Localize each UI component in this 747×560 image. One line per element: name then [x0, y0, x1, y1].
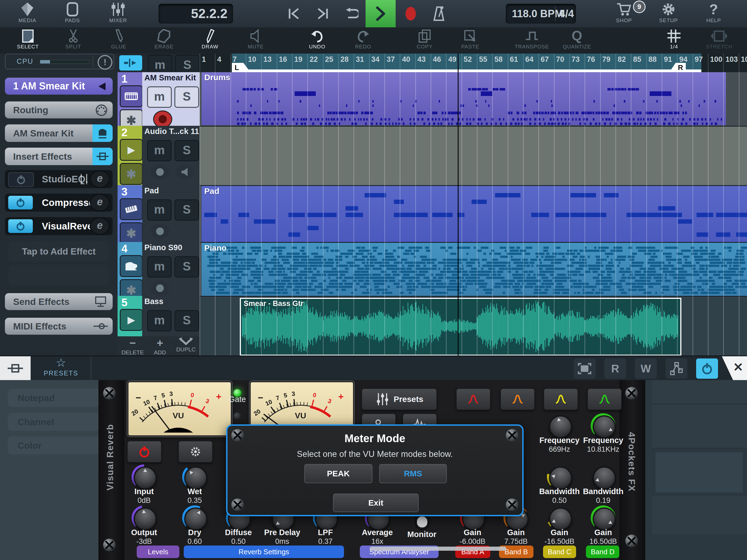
copy-button[interactable]: COPY: [403, 29, 446, 50]
track-freeze-icon[interactable]: ✱: [120, 163, 143, 185]
channel-button-dimmed[interactable]: Channel: [8, 413, 101, 431]
color-button-dimmed[interactable]: Color: [8, 436, 101, 455]
draw-tool[interactable]: DRAW: [188, 29, 232, 50]
rms-button[interactable]: RMS: [379, 464, 447, 483]
play-button[interactable]: [366, 0, 396, 27]
tab-band-c[interactable]: Band C: [543, 545, 576, 558]
notepad-button-dimmed[interactable]: Notepad: [8, 389, 101, 407]
redo-button[interactable]: REDO: [341, 29, 385, 50]
delete-track-button[interactable]: −DELETE: [120, 337, 145, 356]
track-freeze-icon[interactable]: ✱: [120, 222, 143, 244]
close-panel-button[interactable]: ✕: [722, 356, 747, 381]
stretch-tool[interactable]: STRETCH: [697, 29, 741, 50]
record-arm-button[interactable]: [150, 224, 170, 239]
read-automation-button[interactable]: R: [604, 358, 626, 379]
write-automation-button[interactable]: W: [635, 358, 657, 379]
empty-effect-slot[interactable]: [8, 265, 109, 285]
midi-effects-button[interactable]: MIDI Effects: [5, 318, 113, 335]
effect-slot-studioeq[interactable]: StudioEQ e: [5, 170, 113, 188]
paste-button[interactable]: PASTE: [448, 29, 492, 50]
solo-button[interactable]: S: [175, 199, 199, 221]
freq-d-knob[interactable]: Frequency10.81KHz: [580, 413, 626, 454]
mixer-button[interactable]: MIXER: [98, 2, 138, 24]
tab-inserts[interactable]: [0, 356, 31, 380]
edit-effect-button[interactable]: e: [90, 194, 110, 212]
power-toggle[interactable]: [8, 196, 33, 209]
track-lane-drums[interactable]: Drums: [200, 72, 747, 126]
home-indicator[interactable]: [370, 546, 506, 551]
tab-presets[interactable]: ☆ PRESETS: [31, 356, 91, 380]
add-track-button[interactable]: +ADD: [148, 337, 172, 356]
gain-c-knob[interactable]: Gain-16.50dB: [536, 505, 583, 546]
mute-button[interactable]: m: [147, 86, 172, 108]
help-button[interactable]: ? HELP: [693, 2, 734, 24]
mute-button[interactable]: m: [147, 310, 172, 331]
band-c-curve-button[interactable]: [544, 388, 578, 410]
track-header[interactable]: PadmS: [142, 185, 200, 242]
fullscreen-button[interactable]: [574, 358, 595, 379]
record-arm-button[interactable]: [150, 281, 170, 296]
track-play-icon[interactable]: ▶: [120, 139, 143, 161]
setup-button[interactable]: SETUP: [648, 2, 689, 24]
reverb-power-button[interactable]: [127, 441, 162, 463]
tab-band-d[interactable]: Band D: [586, 545, 619, 558]
region-piano[interactable]: Piano: [202, 243, 747, 296]
autoscroll-button[interactable]: [119, 55, 142, 71]
presets-button[interactable]: Presets: [361, 388, 437, 410]
media-button[interactable]: MEDIA: [7, 2, 48, 24]
bandwidth-d-knob[interactable]: Bandwidth0.19: [580, 464, 626, 505]
playhead[interactable]: [458, 54, 459, 355]
output-knob[interactable]: Output-3dB: [121, 505, 168, 546]
track-lane-bass[interactable]: Smear - Bass Gtr: [200, 296, 747, 356]
track-header[interactable]: AM Smear KitmS: [142, 72, 200, 126]
band-a-curve-button[interactable]: [456, 388, 491, 410]
metronome-button[interactable]: [427, 0, 451, 27]
freq-c-knob[interactable]: Frequency669Hz: [536, 413, 583, 454]
mute-button[interactable]: m: [147, 199, 172, 221]
bandwidth-c-knob[interactable]: Bandwidth0.50: [536, 464, 583, 505]
track-header[interactable]: BassmS: [142, 296, 200, 336]
pads-button[interactable]: PADS: [52, 2, 93, 24]
region-bass[interactable]: Smear - Bass Gtr: [240, 298, 681, 356]
grid-button[interactable]: 1/4: [652, 29, 696, 50]
track-selector-button[interactable]: 1 AM Smear Kit: [5, 78, 113, 95]
select-tool[interactable]: SELECT: [6, 29, 50, 50]
routing-button[interactable]: Routing: [5, 101, 113, 119]
dry-knob[interactable]: Dry0.60: [172, 505, 218, 546]
track-lane-piano[interactable]: Piano: [200, 242, 747, 297]
track-lane-pad[interactable]: Pad: [200, 185, 747, 243]
instrument-button[interactable]: AM Smear Kit: [5, 124, 113, 142]
band-b-curve-button[interactable]: [500, 388, 535, 410]
instrument-tab[interactable]: [93, 124, 113, 142]
band-d-curve-button[interactable]: [587, 388, 622, 410]
insert-effects-button[interactable]: Insert Effects: [5, 148, 113, 165]
rewind-button[interactable]: [282, 0, 306, 27]
solo-button[interactable]: S: [175, 140, 199, 161]
bpm-display[interactable]: 118.0 BPM 4/4: [506, 4, 576, 24]
reset-button[interactable]: [178, 441, 213, 463]
power-toggle[interactable]: [8, 172, 34, 187]
quantize-button[interactable]: Q QUANTIZE: [555, 29, 599, 50]
edit-effect-button[interactable]: e: [90, 170, 110, 188]
routing-node-button[interactable]: [666, 358, 687, 379]
send-effects-button[interactable]: Send Effects: [5, 293, 113, 310]
monitor-button[interactable]: [175, 164, 194, 179]
split-tool[interactable]: SPLIT: [51, 29, 95, 50]
mute-tool[interactable]: MUTE: [234, 29, 278, 50]
transpose-button[interactable]: TRANSPOSE: [510, 29, 554, 50]
alert-icon[interactable]: !: [98, 55, 112, 70]
wet-knob[interactable]: Wet0.35: [172, 464, 218, 505]
solo-button[interactable]: S: [175, 256, 199, 278]
loop-button[interactable]: [339, 0, 364, 27]
timeline-ruler[interactable]: 1471013161922252831343740434649525558616…: [200, 54, 747, 72]
peak-button[interactable]: PEAK: [304, 464, 372, 483]
solo-button[interactable]: S: [175, 310, 199, 331]
time-display[interactable]: 52.2.2: [159, 4, 233, 24]
erase-tool[interactable]: ERASE: [142, 29, 186, 50]
input-knob[interactable]: Input0dB: [121, 464, 168, 505]
shop-button[interactable]: SHOP 9: [603, 2, 644, 24]
glue-tool[interactable]: GLUE: [97, 29, 140, 50]
tap-to-add-effect-button[interactable]: Tap to Add Effect: [8, 241, 109, 262]
plugin-power-button[interactable]: [696, 358, 718, 379]
record-arm-button[interactable]: [150, 164, 170, 179]
